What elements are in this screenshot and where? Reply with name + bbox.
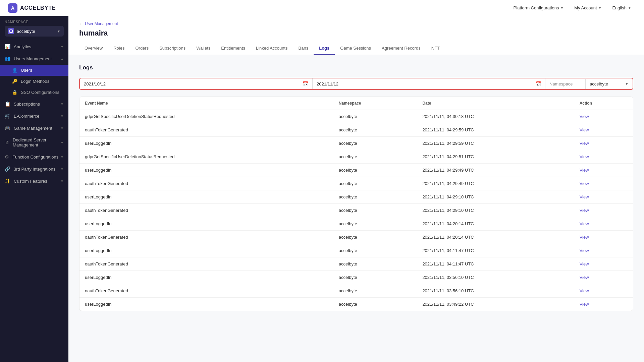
function-config-icon: ⚙ <box>5 154 9 160</box>
namespace-value: accelbyte <box>17 29 35 34</box>
custom-features-icon: ✨ <box>5 178 10 184</box>
sidebar-item-analytics[interactable]: 📊 Analytics ▼ <box>0 41 68 53</box>
cell-action: View <box>574 150 633 164</box>
subscriptions-icon: 📋 <box>5 101 10 107</box>
table-row: gdprGetSpecificUserDeletionStatusRequest… <box>79 110 633 123</box>
tab-game-sessions[interactable]: Game Sessions <box>335 42 376 55</box>
cell-event-name: userLoggedIn <box>79 298 333 311</box>
logs-section-title: Logs <box>79 64 633 71</box>
sidebar-item-label: Analytics <box>14 44 31 49</box>
sidebar-item-dedicated-server-management[interactable]: 🖥 Dedicated Server Management ▼ <box>0 134 68 151</box>
sidebar-item-3rd-party-integrations[interactable]: 🔗 3rd Party Integrations ▼ <box>0 163 68 175</box>
cell-event-name: userLoggedIn <box>79 190 333 204</box>
namespace-label: NAMESPACE <box>5 20 64 24</box>
tab-wallets[interactable]: Wallets <box>191 42 216 55</box>
sidebar-item-users[interactable]: 👤 Users <box>0 65 68 76</box>
tab-bans[interactable]: Bans <box>293 42 314 55</box>
sidebar-item-label: Function Configurations <box>12 155 58 160</box>
dedicated-server-chevron-icon: ▼ <box>60 141 64 144</box>
sidebar-item-e-commerce[interactable]: 🛒 E-Commerce ▼ <box>0 110 68 122</box>
view-link[interactable]: View <box>580 208 589 213</box>
sidebar-nav: 📊 Analytics ▼ 👥 Users Management ▲ 👤 Use… <box>0 41 68 187</box>
tab-nft[interactable]: NFT <box>426 42 445 55</box>
sidebar-item-custom-features[interactable]: ✨ Custom Features ▼ <box>0 175 68 187</box>
cell-date: 2021/11/11, 04:29:59 UTC <box>417 123 574 137</box>
logo-icon: A <box>8 3 17 13</box>
view-link[interactable]: View <box>580 154 589 159</box>
game-management-chevron-icon: ▼ <box>60 126 64 130</box>
main-content: ← User Management humaira Overview Roles… <box>68 16 644 362</box>
view-link[interactable]: View <box>580 141 589 146</box>
sidebar-item-function-configurations[interactable]: ⚙ Function Configurations ▼ <box>0 151 68 163</box>
table-row: userLoggedInaccelbyte2021/11/11, 04:29:5… <box>79 137 633 150</box>
view-link[interactable]: View <box>580 302 589 307</box>
namespace-icon <box>8 28 14 34</box>
view-link[interactable]: View <box>580 288 589 293</box>
tab-logs[interactable]: Logs <box>314 42 335 55</box>
cell-action: View <box>574 284 633 298</box>
view-link[interactable]: View <box>580 261 589 266</box>
language-chevron-icon: ▼ <box>628 6 631 10</box>
sidebar-item-sso-configurations[interactable]: 🔒 SSO Configurations <box>0 87 68 98</box>
cell-date: 2021/11/11, 03:56:10 UTC <box>417 284 574 298</box>
view-link[interactable]: View <box>580 194 589 199</box>
tab-agreement-records[interactable]: Agreement Records <box>376 42 426 55</box>
date-from-input[interactable] <box>84 81 301 86</box>
date-to-wrap: 📅 <box>313 78 545 89</box>
date-from-wrap: 📅 <box>80 78 313 89</box>
tab-roles[interactable]: Roles <box>108 42 130 55</box>
analytics-chevron-icon: ▼ <box>60 45 64 49</box>
view-link[interactable]: View <box>580 221 589 226</box>
cell-date: 2021/11/11, 04:30:18 UTC <box>417 110 574 123</box>
tabs: Overview Roles Orders Subscriptions Wall… <box>79 42 633 55</box>
cell-date: 2021/11/11, 03:49:22 UTC <box>417 298 574 311</box>
users-management-chevron-icon: ▲ <box>60 57 64 61</box>
logo: A ACCELBYTE <box>8 3 56 13</box>
tab-linked-accounts[interactable]: Linked Accounts <box>251 42 293 55</box>
topbar-right: Platform Configurations ▼ My Account ▼ E… <box>509 3 636 12</box>
view-link[interactable]: View <box>580 275 589 280</box>
cell-namespace: accelbyte <box>333 123 417 137</box>
tab-orders[interactable]: Orders <box>130 42 154 55</box>
topbar: A ACCELBYTE Platform Configurations ▼ My… <box>0 0 644 16</box>
namespace-selector[interactable]: accelbyte ▼ <box>5 26 64 37</box>
cell-date: 2021/11/11, 04:11:47 UTC <box>417 244 574 257</box>
calendar-to-icon: 📅 <box>535 81 541 86</box>
cell-event-name: oauthTokenGenerated <box>79 231 333 244</box>
integrations-chevron-icon: ▼ <box>60 167 64 171</box>
cell-namespace: accelbyte <box>333 271 417 284</box>
main-header: ← User Management humaira Overview Roles… <box>68 16 644 55</box>
sidebar-item-users-management[interactable]: 👥 Users Management ▲ <box>0 53 68 65</box>
sidebar-item-login-methods[interactable]: 🔑 Login Methods <box>0 76 68 87</box>
platform-configurations-button[interactable]: Platform Configurations ▼ <box>509 3 569 12</box>
view-link[interactable]: View <box>580 235 589 240</box>
view-link[interactable]: View <box>580 181 589 186</box>
game-management-icon: 🎮 <box>5 125 10 131</box>
tab-subscriptions[interactable]: Subscriptions <box>154 42 191 55</box>
view-link[interactable]: View <box>580 248 589 253</box>
view-link[interactable]: View <box>580 127 589 132</box>
table-row: oauthTokenGeneratedaccelbyte2021/11/11, … <box>79 231 633 244</box>
namespace-filter-value-wrap[interactable]: accelbyte ▼ <box>586 79 633 89</box>
date-to-input[interactable] <box>317 81 533 86</box>
cell-namespace: accelbyte <box>333 244 417 257</box>
language-button[interactable]: English ▼ <box>607 3 636 12</box>
my-account-button[interactable]: My Account ▼ <box>570 3 606 12</box>
cell-event-name: userLoggedIn <box>79 164 333 177</box>
col-date: Date <box>417 97 574 110</box>
calendar-from-icon: 📅 <box>303 81 308 86</box>
ecommerce-chevron-icon: ▼ <box>60 114 64 118</box>
users-management-icon: 👥 <box>5 56 10 61</box>
namespace-filter-value: accelbyte <box>590 81 608 86</box>
cell-action: View <box>574 231 633 244</box>
cell-event-name: userLoggedIn <box>79 244 333 257</box>
sidebar-item-subscriptions[interactable]: 📋 Subscriptions ▼ <box>0 98 68 110</box>
cell-event-name: userLoggedIn <box>79 271 333 284</box>
tab-overview[interactable]: Overview <box>79 42 108 55</box>
breadcrumb-link[interactable]: User Management <box>85 21 118 26</box>
view-link[interactable]: View <box>580 168 589 173</box>
cell-action: View <box>574 217 633 231</box>
sidebar-item-game-management[interactable]: 🎮 Game Management ▼ <box>0 122 68 134</box>
tab-entitlements[interactable]: Entitlements <box>216 42 251 55</box>
view-link[interactable]: View <box>580 114 589 119</box>
